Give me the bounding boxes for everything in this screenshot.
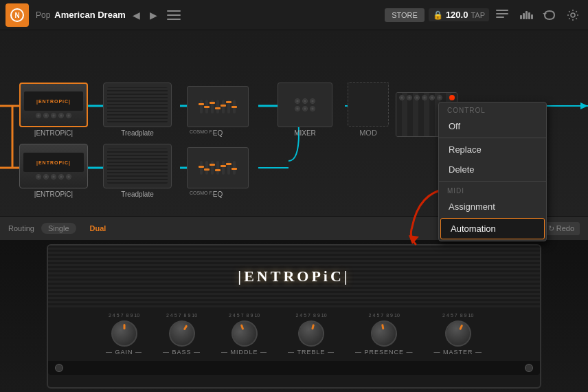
gain-scale: 24578910 [107, 313, 142, 318]
lock-icon: 🔒 [433, 10, 443, 20]
tap-button[interactable]: TAP [471, 11, 485, 19]
svg-rect-5 [520, 15, 522, 19]
bpm-area: 🔒 120.0 TAP [429, 8, 489, 21]
menu-off-item[interactable]: Off [439, 116, 546, 136]
svg-rect-6 [523, 13, 525, 19]
middle-knob[interactable] [227, 317, 261, 351]
device-entropic-bot[interactable]: |ENTROPiC| |ENTROPiC| [19, 144, 88, 198]
top-bar: N Pop American Dream ◀ ▶ STORE 🔒 120.0 T… [0, 0, 588, 30]
tuner-icon[interactable] [517, 6, 536, 25]
presence-knob-group: 24578910 — PRESENCE — [355, 313, 414, 356]
treble-scale: 24578910 [294, 313, 328, 318]
menu-replace-item[interactable]: Replace [439, 140, 546, 160]
store-button[interactable]: STORE [385, 8, 425, 22]
gain-knob-group: 24578910 — GAIN — [106, 313, 142, 356]
master-label: — MASTER — [433, 349, 482, 356]
settings-icon[interactable] [563, 6, 583, 25]
gain-knob[interactable] [111, 320, 137, 347]
amp-controls: 24578910 — GAIN — 24578910 — BASS — 2457… [48, 307, 540, 361]
device-eq-bot[interactable]: COSMO F... EQ [187, 147, 249, 198]
context-menu: Control Off Replace Delete MIDI Assignme… [438, 102, 547, 241]
redo-button[interactable]: ↻ Redo [543, 222, 580, 235]
svg-rect-2 [496, 10, 508, 11]
master-knob-group: 24578910 — MASTER — [433, 313, 482, 356]
master-knob[interactable] [440, 316, 475, 351]
device-mod[interactable]: MOD [348, 82, 389, 137]
single-button[interactable]: Single [41, 223, 76, 234]
app-logo: N [5, 3, 29, 27]
device-mixer[interactable]: MIXER [278, 83, 332, 137]
looper-icon[interactable] [540, 6, 559, 25]
svg-rect-8 [528, 12, 530, 19]
master-scale: 24578910 [441, 313, 475, 318]
dual-button[interactable]: Dual [83, 223, 113, 234]
bpm-value[interactable]: 120.0 [446, 10, 468, 20]
bass-label: — BASS — [163, 349, 201, 356]
svg-text:N: N [14, 12, 19, 19]
menu-assignment-item[interactable]: Assignment [439, 197, 546, 217]
presence-knob[interactable] [369, 318, 399, 349]
middle-label: — MIDDLE — [221, 349, 267, 356]
menu-divider-2 [439, 181, 546, 182]
device-eq-top[interactable]: COSMO F... EQ [187, 86, 249, 137]
device-label-entropic-top: |ENTROPiC| [34, 129, 73, 137]
routing-label: Routing [8, 224, 34, 232]
setlist-icon[interactable] [493, 6, 512, 25]
treble-knob[interactable] [295, 318, 328, 350]
standby-indicator [525, 364, 533, 372]
svg-rect-7 [525, 11, 528, 19]
midi-section-label: MIDI [439, 183, 546, 197]
amp-body: |ENTROPiC| 24578910 — GAIN — 24578910 — … [47, 244, 541, 389]
menu-divider-1 [439, 138, 546, 138]
gain-label: — GAIN — [106, 349, 142, 356]
active-indicator [449, 95, 455, 100]
device-treadplate-bot[interactable]: Treadplate [103, 144, 172, 198]
presence-scale: 24578910 [367, 313, 401, 318]
bass-knob-group: 24578910 — BASS — [163, 313, 201, 356]
genre-label: Pop [36, 10, 50, 20]
amp-panel: |ENTROPiC| 24578910 — GAIN — 24578910 — … [0, 241, 588, 392]
svg-marker-18 [580, 102, 588, 109]
device-label-mod: MOD [359, 129, 377, 137]
svg-point-10 [571, 13, 575, 17]
next-preset-button[interactable]: ▶ [147, 8, 160, 22]
power-indicator [55, 364, 63, 372]
device-label-treadplate-top: Treadplate [121, 129, 153, 137]
treble-knob-group: 24578910 — TREBLE — [288, 313, 335, 356]
device-treadplate-top[interactable]: Treadplate [103, 83, 172, 137]
svg-rect-9 [531, 14, 533, 19]
bass-knob[interactable] [164, 316, 200, 351]
presence-label: — PRESENCE — [355, 349, 414, 356]
prev-preset-button[interactable]: ◀ [130, 8, 143, 22]
preset-name: American Dream [54, 10, 125, 20]
middle-scale: 24578910 [227, 313, 262, 318]
treble-label: — TREBLE — [288, 349, 335, 356]
menu-delete-item[interactable]: Delete [439, 160, 546, 179]
amp-grille: |ENTROPiC| [48, 246, 540, 307]
device-entropic-top[interactable]: |ENTROPiC| |ENTROPiC| [19, 83, 88, 137]
menu-automation-item[interactable]: Automation [440, 218, 545, 239]
amp-bottom-strip [48, 361, 540, 375]
control-section-label: Control [439, 102, 546, 116]
svg-rect-4 [496, 17, 504, 18]
svg-rect-3 [496, 13, 508, 14]
middle-knob-group: 24578910 — MIDDLE — [221, 313, 267, 356]
device-label-mixer: MIXER [294, 129, 316, 137]
device-label-treadplate-bot: Treadplate [121, 190, 153, 198]
menu-button[interactable] [164, 6, 183, 25]
bass-scale: 24578910 [165, 313, 199, 318]
device-label-entropic-bot: |ENTROPiC| [34, 190, 73, 198]
amp-name-display: |ENTROPiC| [238, 268, 350, 285]
